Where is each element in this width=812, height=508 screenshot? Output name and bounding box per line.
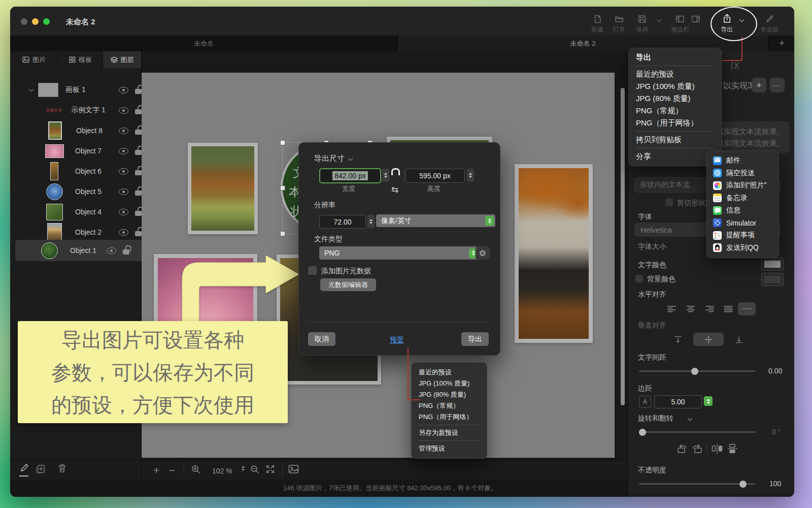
resolution-unit-dropdown[interactable]: 像素/英寸 [376, 214, 495, 227]
unlock-icon[interactable] [135, 150, 142, 155]
share-qq-item[interactable]: 发送到QQ [707, 242, 779, 255]
resolution-field[interactable]: 72.00 [319, 215, 366, 229]
align-left-button[interactable] [663, 302, 681, 315]
align-justify-button[interactable] [719, 302, 737, 315]
layer-row-object2[interactable]: Object 2 [22, 222, 149, 242]
zoom-in-button[interactable] [191, 464, 201, 477]
manage-presets-item[interactable]: 管理预设 [412, 443, 487, 454]
open-button[interactable]: 打开 [613, 14, 625, 34]
rotate-cw-button[interactable] [692, 443, 703, 456]
slider-knob[interactable] [639, 429, 646, 436]
height-stepper[interactable] [466, 168, 475, 182]
add-metadata-checkbox[interactable] [308, 266, 317, 275]
edit-tool-button[interactable] [19, 463, 29, 477]
add-text-button[interactable]: + [752, 78, 766, 92]
export-confirm-button[interactable]: 导出 [461, 332, 489, 346]
export-menu-item[interactable]: JPG (100% 质量) [629, 80, 721, 92]
canvas-object-terrace-poster[interactable] [188, 143, 258, 234]
slider-knob[interactable] [691, 368, 698, 375]
sidebar-toggle-left-button[interactable]: 侧边栏 [671, 14, 689, 34]
zoom-button[interactable] [43, 18, 50, 25]
minimize-button[interactable] [32, 18, 39, 25]
swap-dimensions-icon[interactable]: ⇆ [391, 184, 398, 195]
delete-button[interactable] [57, 463, 67, 475]
layer-row-object7[interactable]: Object 7 [22, 141, 149, 161]
preset-menu-item[interactable]: JPG (100% 质量) [412, 378, 487, 389]
zoom-add-button[interactable]: + [153, 464, 159, 477]
width-stepper[interactable] [382, 168, 390, 182]
resolution-stepper[interactable] [367, 214, 375, 229]
unlock-icon[interactable] [135, 211, 142, 216]
section-chevron-icon[interactable] [348, 155, 353, 161]
preset-menu-item[interactable]: JPG (80% 质量) [412, 389, 487, 400]
zoom-out-button[interactable] [250, 464, 260, 477]
layer-row-object8[interactable]: Object 8 [22, 120, 149, 141]
collapse-chevron-icon[interactable] [29, 87, 34, 92]
visibility-eye-icon[interactable] [119, 168, 128, 175]
selection-handle[interactable] [280, 185, 285, 190]
align-center-button[interactable] [682, 302, 699, 315]
filetype-dropdown[interactable]: PNG [319, 246, 479, 260]
width-field[interactable]: 842.00 px [319, 168, 381, 183]
zoom-level-value[interactable]: 102 % [212, 467, 232, 475]
unlock-icon[interactable] [135, 109, 142, 114]
new-button[interactable]: 新建 [591, 14, 603, 34]
height-field[interactable]: 595.00 px [405, 169, 465, 183]
flip-vertical-button[interactable] [727, 443, 738, 456]
unlock-icon[interactable] [135, 130, 142, 135]
share-reminders-item[interactable]: 提醒事项 [707, 229, 779, 242]
export-menu-item[interactable]: 最近的预设 [629, 68, 721, 80]
zoom-stepper[interactable] [242, 466, 245, 471]
canvas-object-autumn[interactable] [515, 164, 593, 343]
visibility-eye-icon[interactable] [119, 107, 128, 114]
duplicate-button[interactable] [35, 464, 46, 476]
presets-link[interactable]: 预置 [390, 336, 404, 345]
letter-spacing-slider[interactable] [639, 370, 756, 372]
v-align-top-button[interactable] [663, 333, 693, 346]
pro-version-button[interactable]: 专业版 [760, 14, 779, 34]
preset-menu-item[interactable]: PNG（常规） [412, 400, 487, 411]
preset-menu-item[interactable]: 最近的预设 [412, 367, 487, 378]
export-menu-item[interactable]: JPG (80% 质量) [629, 92, 721, 105]
share-messages-item[interactable]: 信息 [707, 204, 779, 217]
export-menu-item[interactable]: PNG（常规） [629, 105, 721, 117]
sidebar-tab-templates[interactable]: 模板 [58, 51, 103, 68]
align-none-button[interactable] [738, 302, 756, 315]
layer-row-object1-selected[interactable]: Object 1 [15, 240, 144, 261]
share-notes-item[interactable]: 备忘录 [707, 192, 779, 205]
unlock-icon[interactable] [135, 89, 142, 94]
unlock-icon[interactable] [123, 249, 129, 255]
layer-row-object5[interactable]: Object 5 [22, 181, 149, 202]
visibility-eye-icon[interactable] [119, 209, 128, 215]
sidebar-toggle-right-button[interactable] [691, 14, 701, 26]
unlock-icon[interactable] [135, 190, 142, 196]
clip-shape-checkbox[interactable] [665, 199, 673, 206]
more-options-button[interactable]: ··· [770, 78, 785, 92]
text-color-swatch[interactable] [761, 258, 784, 271]
export-menu-item[interactable]: PNG（用于网络） [629, 117, 721, 129]
sidebar-tab-layers[interactable]: 图层 [103, 51, 141, 68]
metadata-editor-button[interactable]: 元数据编辑器 [320, 278, 376, 291]
close-button[interactable] [21, 18, 27, 25]
rotate-ccw-button[interactable] [676, 443, 688, 456]
bg-color-checkbox[interactable] [635, 275, 643, 282]
sidebar-tab-images[interactable]: 图片 [10, 51, 58, 68]
preset-menu-item[interactable]: PNG（用于网络） [412, 411, 487, 423]
unlock-icon[interactable] [135, 170, 142, 175]
visibility-eye-icon[interactable] [119, 148, 128, 154]
visibility-eye-icon[interactable] [119, 229, 128, 236]
image-mode-button[interactable] [288, 464, 299, 476]
share-airdrop-item[interactable]: 隔空投送 [707, 167, 779, 180]
copy-to-clipboard-item[interactable]: 拷贝到剪贴板 [629, 134, 721, 146]
rotation-slider[interactable] [639, 431, 756, 433]
add-tab-button[interactable]: + [768, 36, 794, 51]
visibility-eye-icon[interactable] [107, 247, 116, 254]
share-simulator-item[interactable]: Simulator [707, 217, 779, 230]
margin-stepper[interactable] [704, 396, 713, 406]
flip-horizontal-button[interactable] [712, 443, 723, 456]
rotate-section-chevron-icon[interactable] [688, 416, 693, 421]
selection-handle[interactable] [280, 231, 285, 236]
layer-row-sample-text[interactable]: 示例文字 示例文字 1 [22, 100, 149, 120]
zoom-subtract-button[interactable]: − [169, 464, 175, 477]
cancel-button[interactable]: 取消 [308, 332, 335, 346]
